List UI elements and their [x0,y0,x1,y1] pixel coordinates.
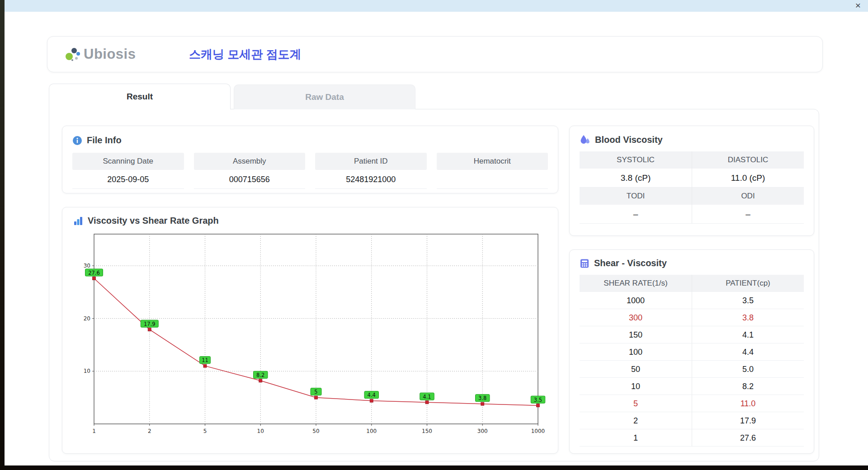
field-scanning-date: Scanning Date 2025-09-05 [72,153,184,189]
svg-text:5: 5 [314,389,317,395]
field-value [437,170,548,189]
diastolic-value: 11.0 (cP) [692,169,804,188]
table-row: 2 17.9 [580,412,804,429]
todi-value: – [580,205,692,224]
field-value: 2025-09-05 [72,170,184,189]
svg-text:17.9: 17.9 [144,321,156,327]
diastolic-header: DIASTOLIC [692,151,804,169]
field-value: 000715656 [194,170,306,189]
table-header-row: SHEAR RATE(1/s) PATIENT(cp) [580,275,804,292]
svg-text:1000: 1000 [531,428,545,434]
shear-rate-cell: 2 [580,412,692,429]
svg-text:27.6: 27.6 [88,270,100,276]
todi-header: TODI [580,188,692,205]
titlebar: × [5,0,868,12]
tab-bar: Result Raw Data [49,84,415,109]
table-row: 1 27.6 [580,429,804,446]
shear-rate-cell: 1000 [580,292,692,309]
graph-title: Viscosity vs Shear Rate Graph [88,216,219,226]
table-row: 300 3.8 [580,309,804,326]
file-info-card: File Info Scanning Date 2025-09-05 Assem… [62,126,558,193]
shear-viscosity-card: Shear - Viscosity SHEAR RATE(1/s) PATIEN… [569,249,814,454]
svg-text:2: 2 [148,428,151,434]
graph-card: Viscosity vs Shear Rate Graph 1020301251… [62,207,558,454]
close-icon[interactable]: × [855,0,861,12]
shear-rate-cell: 5 [580,395,692,412]
shear-rate-cell: 150 [580,326,692,343]
app-title: 스캐닝 모세관 점도계 [189,47,301,62]
table-row: 1000 3.5 [580,292,804,309]
patient-cell: 8.2 [692,378,804,395]
ubiosis-dots-icon [65,46,81,62]
patient-cell: 4.4 [692,343,804,361]
patient-cell: 17.9 [692,412,804,429]
systolic-value: 3.8 (cP) [580,169,692,188]
field-patient-id: Patient ID 52481921000 [315,153,427,189]
svg-text:4.4: 4.4 [368,392,376,398]
shear-viscosity-title: Shear - Viscosity [594,258,667,268]
table-row: 3.8 (cP) 11.0 (cP) [580,169,804,188]
svg-text:3.8: 3.8 [478,395,486,401]
logo-text: Ubiosis [84,46,136,62]
field-label: Hematocrit [437,153,548,170]
patient-cell: 5.0 [692,361,804,378]
table-row: 10 8.2 [580,378,804,395]
app-window: × Ubiosis 스캐닝 모세관 점도계 Result Raw [5,0,868,465]
table-row: – – [580,205,804,224]
field-hematocrit: Hematocrit [437,153,548,189]
info-circle-icon [72,136,82,146]
patient-cell: 11.0 [692,395,804,412]
patient-cell: 27.6 [692,429,804,446]
svg-text:4.1: 4.1 [423,394,431,400]
blood-viscosity-table: SYSTOLIC DIASTOLIC 3.8 (cP) 11.0 (cP) TO… [580,151,804,224]
blood-viscosity-title: Blood Viscosity [595,135,663,145]
table-header-row: SYSTOLIC DIASTOLIC [580,151,804,169]
svg-text:8.2: 8.2 [256,372,264,378]
systolic-header: SYSTOLIC [580,151,692,169]
field-assembly: Assembly 000715656 [194,153,306,189]
shear-viscosity-table: SHEAR RATE(1/s) PATIENT(cp) 1000 3.5 300… [580,275,804,446]
svg-text:11: 11 [202,357,208,363]
calculator-grid-icon [580,258,590,268]
svg-text:50: 50 [312,428,319,434]
odi-header: ODI [692,188,804,205]
viscosity-chart: 1020301251050100150300100027.617.9118.25… [73,229,547,441]
file-info-title: File Info [87,135,122,146]
field-label: Patient ID [315,153,427,170]
water-drops-icon [580,134,590,145]
svg-text:300: 300 [477,428,488,434]
patient-cell: 3.5 [692,292,804,309]
bar-chart-icon [73,216,83,226]
svg-text:10: 10 [84,368,90,374]
field-value: 52481921000 [315,170,427,189]
svg-text:3.5: 3.5 [534,397,542,403]
patient-cell: 3.8 [692,309,804,326]
blood-viscosity-card: Blood Viscosity SYSTOLIC DIASTOLIC 3.8 (… [569,126,814,236]
shear-rate-column-header: SHEAR RATE(1/s) [580,275,692,292]
field-label: Assembly [194,153,306,170]
patient-cell: 4.1 [692,326,804,343]
shear-rate-cell: 10 [580,378,692,395]
odi-value: – [692,205,804,224]
svg-text:10: 10 [257,428,264,434]
app-header: Ubiosis 스캐닝 모세관 점도계 [47,36,823,72]
svg-text:5: 5 [203,428,207,434]
desktop-background: × Ubiosis 스캐닝 모세관 점도계 Result Raw [0,0,868,470]
ubiosis-logo: Ubiosis [65,46,169,62]
table-row: 5 11.0 [580,395,804,412]
file-info-fields: Scanning Date 2025-09-05 Assembly 000715… [72,153,548,189]
field-label: Scanning Date [72,153,184,170]
svg-text:1: 1 [92,428,96,434]
table-row: 100 4.4 [580,343,804,361]
svg-text:150: 150 [422,428,432,434]
shear-rate-cell: 300 [580,309,692,326]
tab-raw-data[interactable]: Raw Data [234,85,415,109]
patient-column-header: PATIENT(cp) [692,275,804,292]
svg-text:100: 100 [366,428,377,434]
shear-rate-cell: 50 [580,361,692,378]
table-row: 150 4.1 [580,326,804,343]
table-row: 50 5.0 [580,361,804,378]
table-header-row: TODI ODI [580,188,804,205]
result-panel: File Info Scanning Date 2025-09-05 Assem… [49,109,819,461]
tab-result[interactable]: Result [49,84,231,109]
